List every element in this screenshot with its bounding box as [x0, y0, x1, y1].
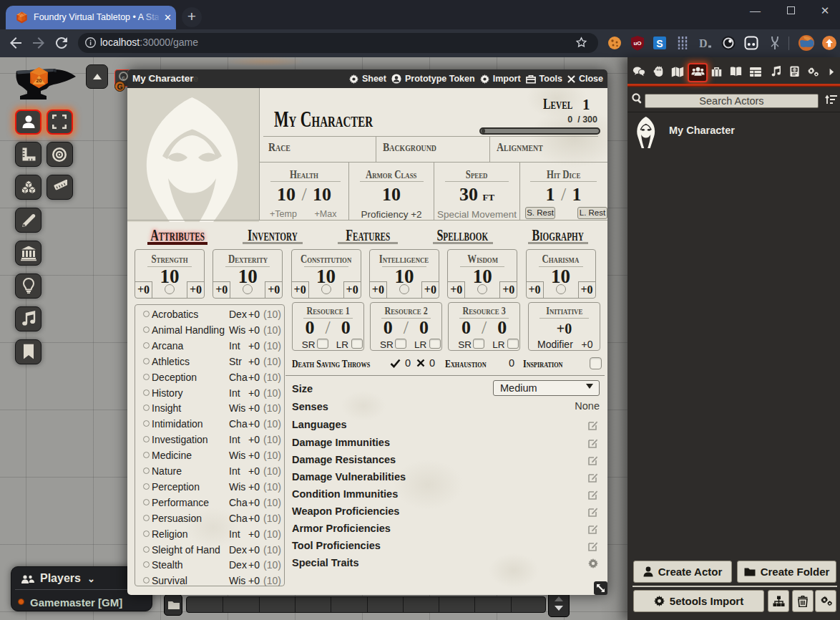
svg-text:uO: uO: [633, 40, 641, 47]
svg-text:S: S: [656, 38, 663, 49]
svg-text:20: 20: [36, 78, 42, 83]
svg-text:D: D: [699, 37, 708, 49]
